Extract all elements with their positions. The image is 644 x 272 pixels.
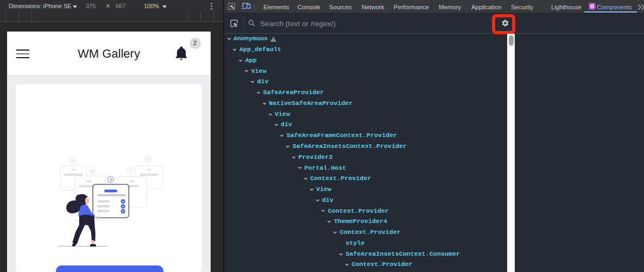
svg-text:!: ! [129,169,130,172]
svg-text:5: 5 [147,157,149,161]
svg-text:3: 3 [110,177,112,182]
